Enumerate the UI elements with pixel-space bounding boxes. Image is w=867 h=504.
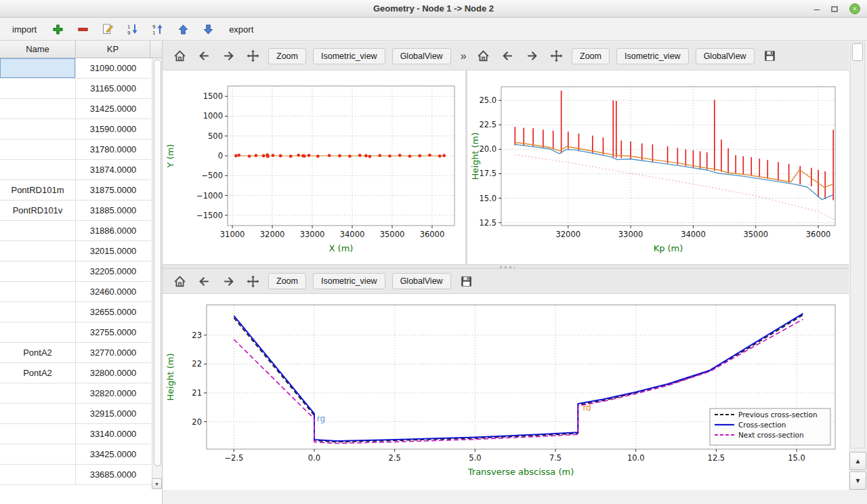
cell-kp[interactable]: 31875.0000 bbox=[76, 180, 150, 200]
cross-section-canvas[interactable]: −2.50.02.55.07.510.012.515.020212223Tran… bbox=[163, 294, 849, 490]
table-row[interactable]: 31886.0000 bbox=[0, 221, 151, 241]
cell-kp[interactable]: 33685.0000 bbox=[76, 465, 150, 484]
cell-name[interactable] bbox=[0, 261, 76, 281]
cell-name[interactable] bbox=[0, 282, 76, 301]
cell-kp[interactable]: 31780.0000 bbox=[76, 140, 150, 159]
import-button[interactable]: import bbox=[8, 22, 41, 37]
cell-kp[interactable]: 32015.0000 bbox=[76, 241, 150, 261]
table-row[interactable]: 31874.0000 bbox=[0, 160, 151, 180]
forward-button[interactable] bbox=[219, 47, 237, 65]
cell-kp[interactable]: 33425.0000 bbox=[76, 444, 150, 464]
cell-kp[interactable]: 31165.0000 bbox=[76, 79, 150, 98]
toolbar-overflow-button[interactable]: » bbox=[458, 50, 469, 62]
cell-kp[interactable]: 31590.0000 bbox=[76, 119, 150, 139]
restore-button[interactable] bbox=[830, 2, 839, 16]
cell-kp[interactable]: 32755.0000 bbox=[76, 322, 150, 342]
isometric-view-button[interactable]: Isometric_view bbox=[313, 48, 385, 64]
forward-button[interactable] bbox=[523, 47, 541, 65]
pan-button[interactable] bbox=[547, 47, 565, 65]
export-button[interactable]: export bbox=[225, 22, 257, 37]
table-row[interactable]: 32820.0000 bbox=[0, 383, 151, 404]
table-row[interactable]: 33685.0000 bbox=[0, 465, 151, 485]
cell-name[interactable] bbox=[0, 58, 76, 78]
cell-name[interactable] bbox=[0, 99, 76, 119]
forward-button[interactable] bbox=[219, 272, 237, 290]
cell-kp[interactable]: 32800.0000 bbox=[76, 363, 150, 383]
cell-name[interactable] bbox=[0, 383, 76, 403]
column-header-kp[interactable]: KP bbox=[76, 41, 150, 58]
save-button[interactable] bbox=[761, 47, 779, 65]
back-button[interactable] bbox=[499, 47, 516, 65]
home-button[interactable] bbox=[171, 272, 188, 290]
cell-name[interactable] bbox=[0, 424, 76, 444]
close-button[interactable]: × bbox=[849, 2, 860, 16]
table-row[interactable]: 32460.0000 bbox=[0, 282, 151, 302]
table-row[interactable]: 32205.0000 bbox=[0, 261, 151, 282]
add-section-button[interactable] bbox=[49, 21, 66, 37]
cell-kp[interactable]: 31425.0000 bbox=[76, 99, 150, 119]
cell-kp[interactable]: 33140.0000 bbox=[76, 424, 150, 444]
minimize-button[interactable]: – bbox=[814, 2, 820, 16]
sort-ascending-button[interactable]: 9 1 bbox=[150, 21, 166, 37]
zoom-button[interactable]: Zoom bbox=[268, 48, 306, 64]
cell-name[interactable] bbox=[0, 404, 76, 423]
vertical-scrollbar-track[interactable] bbox=[850, 42, 865, 448]
cell-name[interactable]: PontRD101v bbox=[0, 201, 76, 220]
cell-name[interactable] bbox=[0, 221, 76, 240]
column-header-name[interactable]: Name bbox=[0, 41, 76, 58]
remove-section-button[interactable] bbox=[75, 21, 91, 37]
move-up-button[interactable] bbox=[175, 21, 191, 37]
longitudinal-profile-canvas[interactable]: 320003300034000350003600012.515.017.520.… bbox=[467, 70, 849, 264]
zoom-button[interactable]: Zoom bbox=[268, 273, 306, 289]
cell-name[interactable]: PontA2 bbox=[0, 343, 76, 362]
table-row[interactable]: 31425.0000 bbox=[0, 99, 151, 119]
save-button[interactable] bbox=[458, 272, 475, 290]
table-row[interactable]: 31780.0000 bbox=[0, 140, 151, 160]
table-row[interactable]: 32015.0000 bbox=[0, 241, 151, 261]
global-view-button[interactable]: GlobalView bbox=[392, 48, 451, 64]
table-row[interactable]: 33425.0000 bbox=[0, 444, 151, 465]
cell-name[interactable] bbox=[0, 302, 76, 322]
cell-kp[interactable]: 32770.0000 bbox=[76, 343, 150, 362]
xy-plot-canvas[interactable]: 310003200033000340003500036000−1500−1000… bbox=[163, 70, 465, 264]
pan-button[interactable] bbox=[244, 47, 261, 65]
vertical-scrollbar-thumb[interactable] bbox=[852, 43, 863, 61]
cell-name[interactable]: PontRD101m bbox=[0, 180, 76, 200]
table-row[interactable]: PontRD101m31875.0000 bbox=[0, 180, 151, 201]
isometric-view-button[interactable]: Isometric_view bbox=[616, 48, 689, 64]
global-view-button[interactable]: GlobalView bbox=[696, 48, 755, 64]
home-button[interactable] bbox=[474, 47, 492, 65]
cell-kp[interactable]: 32655.0000 bbox=[76, 302, 150, 322]
cell-kp[interactable]: 31886.0000 bbox=[76, 221, 150, 240]
cell-name[interactable] bbox=[0, 160, 76, 180]
home-button[interactable] bbox=[171, 47, 188, 65]
table-row[interactable]: 32755.0000 bbox=[0, 322, 151, 343]
zoom-button[interactable]: Zoom bbox=[572, 48, 610, 64]
table-row[interactable]: 31165.0000 bbox=[0, 79, 151, 99]
cell-kp[interactable]: 32205.0000 bbox=[76, 261, 150, 281]
cell-name[interactable] bbox=[0, 79, 76, 98]
table-row[interactable]: 32655.0000 bbox=[0, 302, 151, 322]
isometric-view-button[interactable]: Isometric_view bbox=[313, 273, 385, 289]
sort-descending-button[interactable]: 1 9 bbox=[125, 21, 141, 37]
cell-name[interactable]: PontA2 bbox=[0, 363, 76, 383]
cell-kp[interactable]: 32460.0000 bbox=[76, 282, 150, 301]
table-row[interactable]: PontRD101v31885.0000 bbox=[0, 201, 151, 221]
cell-kp[interactable]: 31885.0000 bbox=[76, 201, 150, 220]
cell-name[interactable] bbox=[0, 140, 76, 159]
horizontal-splitter[interactable] bbox=[163, 264, 849, 269]
cell-kp[interactable]: 32820.0000 bbox=[76, 383, 150, 403]
table-scroll-down-button[interactable]: ▼ bbox=[152, 478, 162, 489]
back-button[interactable] bbox=[195, 47, 213, 65]
cell-name[interactable] bbox=[0, 241, 76, 261]
table-row[interactable]: 31590.0000 bbox=[0, 119, 151, 140]
cell-name[interactable] bbox=[0, 119, 76, 139]
move-down-button[interactable] bbox=[200, 21, 216, 37]
table-row[interactable]: PontA232800.0000 bbox=[0, 363, 151, 383]
vertical-splitter[interactable] bbox=[465, 70, 467, 264]
cell-name[interactable] bbox=[0, 322, 76, 342]
table-row[interactable]: 32915.0000 bbox=[0, 404, 151, 424]
cell-kp[interactable]: 32915.0000 bbox=[76, 404, 150, 423]
cell-kp[interactable]: 31090.0000 bbox=[76, 58, 150, 78]
table-scrollbar-thumb[interactable] bbox=[154, 60, 161, 466]
